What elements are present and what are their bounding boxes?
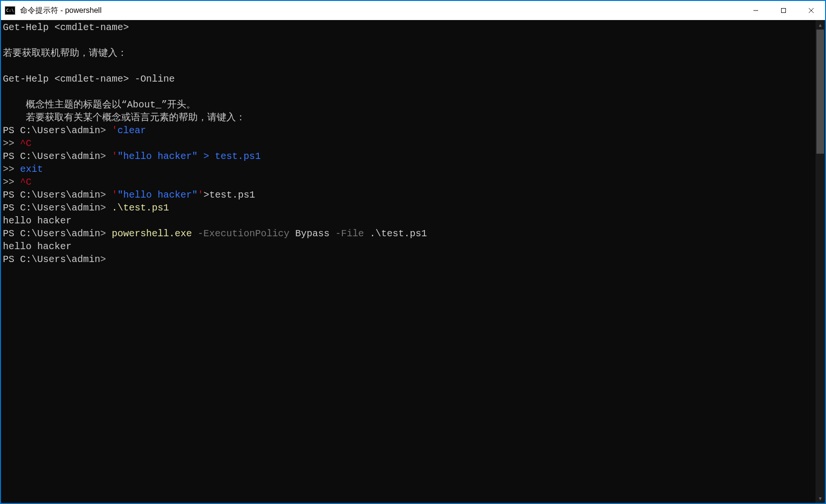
client-area: Get-Help <cmdlet-name> 若要获取联机帮助，请键入： Get…	[1, 20, 825, 503]
terminal-segment: 若要获取有关某个概念或语言元素的帮助，请键入：	[3, 112, 245, 123]
terminal-segment: >	[100, 189, 112, 200]
terminal-line: PS C:\Users\admin> powershell.exe -Execu…	[3, 227, 814, 240]
terminal-segment: powershell.exe	[112, 228, 192, 239]
terminal-segment: 概念性主题的标题会以“About_”开头。	[3, 99, 196, 110]
terminal-line: hello hacker	[3, 240, 814, 253]
terminal-segment: PS C:\Users\admin	[3, 202, 100, 213]
terminal-segment: PS C:\Users\admin	[3, 254, 100, 265]
terminal-segment: Bypass	[289, 228, 335, 239]
terminal-line: hello hacker	[3, 214, 814, 227]
terminal-segment: >>	[3, 138, 20, 149]
terminal-line: >> ^C	[3, 137, 814, 150]
terminal-segment: >>	[3, 164, 20, 175]
window-title: 命令提示符 - powershell	[20, 6, 742, 16]
terminal-segment: >	[100, 228, 112, 239]
minimize-button[interactable]	[742, 1, 770, 20]
terminal-line: PS C:\Users\admin> .\test.ps1	[3, 201, 814, 214]
terminal-line: PS C:\Users\admin>	[3, 253, 814, 266]
terminal-segment: Get-Help <cmdlet-name>	[3, 22, 129, 33]
terminal-segment: ^C	[20, 177, 32, 188]
terminal-segment: exit	[20, 164, 43, 175]
terminal-line	[3, 34, 814, 47]
terminal-segment: -ExecutionPolicy	[198, 228, 289, 239]
terminal-line: >> exit	[3, 163, 814, 176]
terminal-output[interactable]: Get-Help <cmdlet-name> 若要获取联机帮助，请键入： Get…	[1, 20, 815, 503]
terminal-segment: -File	[335, 228, 364, 239]
close-icon	[808, 8, 814, 13]
terminal-segment: '	[112, 189, 117, 200]
titlebar[interactable]: C:\ 命令提示符 - powershell	[1, 1, 825, 20]
terminal-segment: "hello hacker" > test.ps1	[117, 151, 261, 162]
powershell-window: C:\ 命令提示符 - powershell Get-Help <cmdlet-…	[0, 0, 826, 504]
terminal-segment: clear	[117, 125, 146, 136]
terminal-line: PS C:\Users\admin> 'clear	[3, 124, 814, 137]
terminal-line	[3, 60, 814, 73]
scroll-thumb[interactable]	[816, 30, 824, 154]
terminal-segment: >	[100, 254, 106, 265]
terminal-segment: hello hacker	[3, 241, 72, 252]
terminal-segment: PS C:\Users\admin	[3, 228, 100, 239]
terminal-segment: PS C:\Users\admin	[3, 151, 100, 162]
terminal-segment	[192, 228, 198, 239]
maximize-icon	[781, 8, 786, 13]
terminal-segment: >test.ps1	[203, 189, 255, 200]
terminal-segment: '	[112, 125, 117, 136]
terminal-segment: PS C:\Users\admin	[3, 189, 100, 200]
vertical-scrollbar[interactable]: ▲ ▼	[815, 20, 825, 503]
terminal-segment: Get-Help <cmdlet-name> -Online	[3, 74, 175, 84]
terminal-segment: >	[100, 151, 112, 162]
terminal-segment: "hello hacker"	[117, 189, 198, 200]
terminal-segment: hello hacker	[3, 215, 72, 226]
terminal-segment: 若要获取联机帮助，请键入：	[3, 48, 127, 59]
terminal-line: 若要获取有关某个概念或语言元素的帮助，请键入：	[3, 111, 814, 124]
minimize-icon	[753, 8, 759, 13]
terminal-segment: >	[100, 125, 112, 136]
svg-rect-1	[782, 9, 786, 13]
maximize-button[interactable]	[770, 1, 797, 20]
close-button[interactable]	[797, 1, 825, 20]
terminal-segment: .\test.ps1	[112, 202, 169, 213]
terminal-segment: ^C	[20, 138, 32, 149]
cmd-icon: C:\	[5, 6, 15, 15]
terminal-line: PS C:\Users\admin> '"hello hacker" > tes…	[3, 150, 814, 163]
window-controls	[742, 1, 825, 20]
terminal-segment: .\test.ps1	[364, 228, 427, 239]
terminal-line	[3, 85, 814, 98]
terminal-line: 若要获取联机帮助，请键入：	[3, 47, 814, 60]
terminal-line: Get-Help <cmdlet-name>	[3, 21, 814, 34]
terminal-segment: '	[198, 189, 203, 200]
terminal-segment: '	[112, 151, 117, 162]
terminal-segment: >>	[3, 177, 20, 188]
scroll-down-button[interactable]: ▼	[815, 494, 825, 503]
terminal-line: >> ^C	[3, 176, 814, 189]
terminal-segment: >	[100, 202, 112, 213]
terminal-line: Get-Help <cmdlet-name> -Online	[3, 73, 814, 85]
terminal-line: 概念性主题的标题会以“About_”开头。	[3, 98, 814, 111]
terminal-segment: PS C:\Users\admin	[3, 125, 100, 136]
scroll-up-button[interactable]: ▲	[815, 20, 825, 30]
terminal-line: PS C:\Users\admin> '"hello hacker"'>test…	[3, 189, 814, 201]
